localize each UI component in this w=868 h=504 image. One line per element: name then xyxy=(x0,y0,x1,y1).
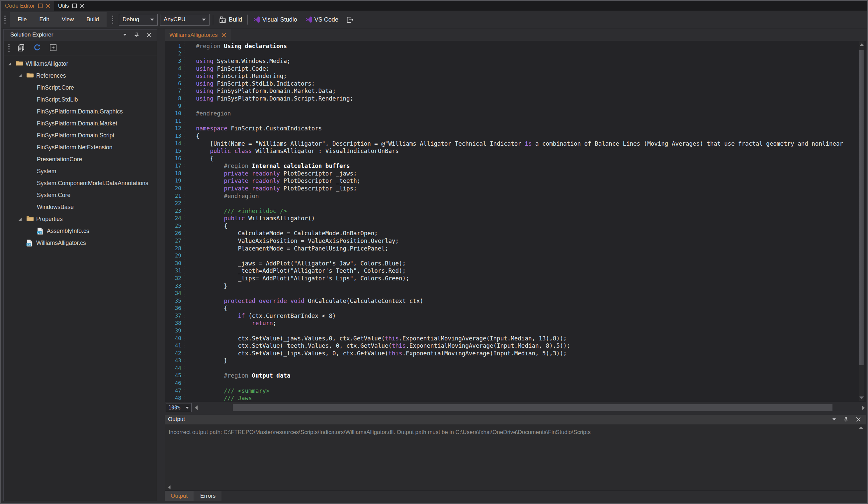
drag-grip-icon[interactable] xyxy=(112,15,113,24)
close-icon[interactable] xyxy=(80,4,84,8)
top-tab-code-editor[interactable]: Code Editor xyxy=(1,1,54,11)
tree-item-williamsalligator[interactable]: WilliamsAlligator xyxy=(4,58,157,70)
scroll-up-arrow-icon[interactable] xyxy=(859,43,864,46)
platform-combobox[interactable]: AnyCPU xyxy=(160,14,209,25)
configuration-combobox[interactable]: Debug xyxy=(119,14,158,25)
code-line-text: PlacementMode = ChartPanelUsing.PricePan… xyxy=(185,245,388,252)
close-icon[interactable] xyxy=(46,4,50,8)
output-panel-tab-output[interactable]: Output xyxy=(165,491,194,501)
code-line-text xyxy=(185,103,196,110)
menu-item-edit[interactable]: Edit xyxy=(33,12,55,27)
panel-menu-chevron-icon[interactable] xyxy=(833,418,836,420)
panel-menu-chevron-icon[interactable] xyxy=(123,34,126,36)
code-line-text: #endregion xyxy=(185,192,259,200)
zoom-level-combobox[interactable]: 100% xyxy=(166,403,192,412)
code-line-text: using FinScript.Rendering; xyxy=(185,72,287,80)
menu-item-view[interactable]: View xyxy=(55,12,80,27)
code-line: 47 /// <summary> xyxy=(165,387,859,395)
editor-tab-williamsalligator[interactable]: WilliamsAlligator.cs xyxy=(165,29,231,41)
line-number: 10 xyxy=(165,110,181,117)
menu-bar: FileEditViewBuild xyxy=(10,12,106,27)
export-button[interactable] xyxy=(344,13,356,26)
line-number: 13 xyxy=(165,133,181,140)
tree-item-finsysplatform-domain-graphics[interactable]: FinSysPlatform.Domain.Graphics xyxy=(4,106,157,118)
code-line-text: #region Internal calculation buffers xyxy=(185,162,350,170)
line-number: 47 xyxy=(165,387,181,395)
code-line: 21 #endregion xyxy=(165,192,859,200)
code-line: 26 CalculateMode = CalculateMode.OnBarOp… xyxy=(165,230,859,237)
code-line: 28 PlacementMode = ChartPanelUsing.Price… xyxy=(165,245,859,252)
float-window-icon[interactable] xyxy=(72,3,77,8)
add-item-icon[interactable] xyxy=(49,43,58,52)
top-tab-utils[interactable]: Utils xyxy=(54,1,88,11)
tree-item-finscript-core[interactable]: FinScript.Core xyxy=(4,82,157,94)
tree-item-properties[interactable]: Properties xyxy=(4,213,157,225)
copy-files-icon[interactable] xyxy=(17,43,25,52)
tree-item-windowsbase[interactable]: WindowsBase xyxy=(4,201,157,213)
open-in-visual-studio-button[interactable]: Visual Studio xyxy=(251,13,299,26)
tree-item-system[interactable]: System xyxy=(4,166,157,178)
tree-item-presentationcore[interactable]: PresentationCore xyxy=(4,154,157,166)
horizontal-scrollbar[interactable] xyxy=(195,403,865,412)
build-button[interactable]: Build xyxy=(217,13,244,26)
line-number: 28 xyxy=(165,245,181,252)
vertical-scrollbar[interactable] xyxy=(859,41,864,401)
close-icon[interactable] xyxy=(856,417,861,422)
code-line-text: CalculateMode = CalculateMode.OnBarOpen; xyxy=(185,230,378,237)
menu-item-build[interactable]: Build xyxy=(80,12,105,27)
code-line-text: public class WilliamsAlligator : VisualI… xyxy=(185,147,399,155)
refresh-icon[interactable] xyxy=(33,43,42,52)
output-log-area[interactable]: Incorrect output path: C:\FTREPO\Master\… xyxy=(165,424,866,490)
tree-item-system-core[interactable]: System.Core xyxy=(4,189,157,201)
line-number: 6 xyxy=(165,80,181,87)
tree-item-finsysplatform-domain-market[interactable]: FinSysPlatform.Domain.Market xyxy=(4,118,157,130)
tree-item-williamsalligator-cs[interactable]: C#WilliamsAlligator.cs xyxy=(4,237,157,249)
scroll-right-arrow-icon[interactable] xyxy=(862,406,865,410)
tree-expander-icon[interactable] xyxy=(19,74,22,77)
vertical-scrollbar-thumb[interactable] xyxy=(859,50,864,365)
line-number: 21 xyxy=(165,192,181,200)
drag-grip-icon[interactable] xyxy=(4,15,6,24)
line-number: 20 xyxy=(165,185,181,192)
pin-icon[interactable] xyxy=(843,417,849,422)
code-line: 45 #region Output data xyxy=(165,372,859,380)
pin-icon[interactable] xyxy=(134,32,140,38)
code-line-text xyxy=(185,117,196,125)
tree-item-references[interactable]: References xyxy=(4,70,157,82)
toolbar-separator xyxy=(247,14,248,24)
code-line-text: using FinSysPlatform.Domain.Script.Rende… xyxy=(185,95,353,103)
line-number-divider xyxy=(185,41,185,402)
tree-item-finscript-stdlib[interactable]: FinScript.StdLib xyxy=(4,94,157,106)
scroll-left-arrow-icon[interactable] xyxy=(168,485,171,490)
top-tab-bar: Code EditorUtils xyxy=(1,1,867,11)
line-number: 43 xyxy=(165,357,181,365)
code-line: 36 { xyxy=(165,305,859,312)
tree-item-system-componentmodel-dataannotations[interactable]: System.ComponentModel.DataAnnotations xyxy=(4,178,157,189)
scroll-left-arrow-icon[interactable] xyxy=(195,406,198,410)
chevron-down-icon xyxy=(202,19,206,21)
tree-expander-icon[interactable] xyxy=(19,218,22,221)
line-number: 42 xyxy=(165,350,181,357)
float-window-icon[interactable] xyxy=(38,3,43,8)
code-line: 43 } xyxy=(165,357,859,365)
scroll-down-arrow-icon[interactable] xyxy=(859,397,864,399)
code-line-text: #region Using declarations xyxy=(185,42,287,50)
tree-expander-icon[interactable] xyxy=(8,62,11,65)
horizontal-scrollbar-thumb[interactable] xyxy=(233,404,833,411)
code-editor-surface[interactable]: 1#region Using declarations23using Syste… xyxy=(165,41,859,402)
code-line-text xyxy=(185,200,196,207)
tree-item-assemblyinfo-cs[interactable]: C#AssemblyInfo.cs xyxy=(4,225,157,237)
tree-item-finsysplatform-domain-script[interactable]: FinSysPlatform.Domain.Script xyxy=(4,130,157,142)
menu-item-file[interactable]: File xyxy=(11,12,33,27)
line-number: 41 xyxy=(165,342,181,350)
open-in-vs-code-button[interactable]: VS Code xyxy=(303,13,340,26)
code-line-text: using FinSysPlatform.Domain.Market.Data; xyxy=(185,87,336,95)
close-icon[interactable] xyxy=(221,33,226,38)
close-icon[interactable] xyxy=(147,32,152,37)
tree-item-finsysplatform-netextension[interactable]: FinSysPlatform.NetExtension xyxy=(4,142,157,154)
code-line-text: } xyxy=(185,282,227,290)
output-panel-tab-errors[interactable]: Errors xyxy=(194,491,221,501)
drag-grip-icon[interactable] xyxy=(8,43,10,52)
scroll-up-arrow-icon[interactable] xyxy=(859,427,863,429)
build-icon xyxy=(218,15,227,24)
